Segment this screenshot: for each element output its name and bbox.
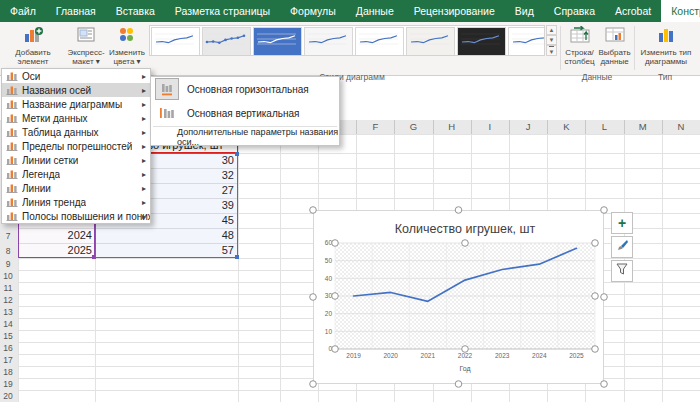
- selection-handle[interactable]: [462, 346, 469, 353]
- svg-text:2024: 2024: [532, 352, 547, 359]
- selection-handle[interactable]: [310, 207, 317, 214]
- menu-item-data-labels[interactable]: Метки данных▸: [2, 111, 150, 125]
- selection-handle[interactable]: [332, 293, 339, 300]
- menu-item-legend[interactable]: Легенда▸: [2, 167, 150, 181]
- tab-конструктор[interactable]: Конструктор: [661, 0, 700, 22]
- column-header-M[interactable]: M: [639, 121, 647, 132]
- row-header-17[interactable]: 17: [0, 355, 16, 365]
- column-header-N[interactable]: N: [677, 121, 684, 132]
- menu-item-axis-titles[interactable]: Названия осей▸: [2, 83, 150, 97]
- change-colors-button[interactable]: Изменить цвета ▾: [107, 24, 147, 72]
- chart-style-5[interactable]: [355, 27, 404, 56]
- menu-item-lines[interactable]: Линии▸: [2, 181, 150, 195]
- row-header-19[interactable]: 19: [0, 379, 16, 389]
- chart-filters-button[interactable]: [611, 260, 633, 282]
- row-header-9[interactable]: 9: [0, 259, 16, 269]
- switch-row-column-button[interactable]: Строка/ столбец: [563, 24, 596, 72]
- chart-style-7[interactable]: [457, 27, 506, 56]
- row-header-10[interactable]: 10: [0, 271, 16, 281]
- submenu-item-primary-horizontal-axis-title[interactable]: Основная горизонтальная: [151, 77, 339, 101]
- selection-handle[interactable]: [332, 240, 339, 247]
- column-header-H[interactable]: H: [448, 121, 455, 132]
- chart-style-8[interactable]: [508, 27, 545, 56]
- select-data-label-1: Выбрать: [598, 48, 630, 57]
- row-header-7[interactable]: 7: [0, 231, 16, 241]
- chart-style-2[interactable]: [202, 27, 251, 56]
- chart-style-1[interactable]: [151, 27, 200, 56]
- selection-handle[interactable]: [455, 207, 462, 214]
- quick-layout-button[interactable]: Экспресс- макет ▾: [66, 24, 106, 72]
- tab-главная[interactable]: Главная: [46, 0, 106, 22]
- tab-файл[interactable]: Файл: [0, 0, 46, 22]
- chart-style-6[interactable]: [406, 27, 455, 56]
- selection-handle[interactable]: [332, 346, 339, 353]
- menu-item-data-table[interactable]: Таблица данных▸: [2, 125, 150, 139]
- column-header-K[interactable]: K: [563, 121, 569, 132]
- tab-формулы[interactable]: Формулы: [280, 0, 346, 22]
- chart-style-4[interactable]: [304, 27, 353, 56]
- add-chart-element-button[interactable]: Добавить элемент диаграммы ▾: [2, 24, 64, 72]
- tab-разметка-страницы[interactable]: Разметка страницы: [165, 0, 280, 22]
- gallery-more-button[interactable]: ▼: [546, 45, 557, 56]
- submenu-arrow-icon: ▸: [142, 142, 146, 151]
- chart-elements-button[interactable]: +: [611, 212, 633, 234]
- row-header-13[interactable]: 13: [0, 307, 16, 317]
- selection-handle[interactable]: [455, 381, 462, 388]
- menu-item-chart-title[interactable]: Название диаграммы▸: [2, 97, 150, 111]
- chart-style-3[interactable]: [253, 27, 302, 56]
- tab-вставка[interactable]: Вставка: [106, 0, 165, 22]
- gallery-scroll-down-button[interactable]: ▼: [546, 35, 557, 45]
- selection-handle[interactable]: [310, 381, 317, 388]
- selection-handle[interactable]: [601, 294, 608, 301]
- column-header-G[interactable]: G: [410, 121, 417, 132]
- svg-text:2022: 2022: [458, 352, 473, 359]
- menu-item-trendline[interactable]: Линия тренда▸: [2, 195, 150, 209]
- row-header-15[interactable]: 15: [0, 331, 16, 341]
- row-header-14[interactable]: 14: [0, 319, 16, 329]
- svg-text:40: 40: [325, 275, 333, 282]
- row-header-20[interactable]: 20: [0, 391, 16, 401]
- tab-вид[interactable]: Вид: [505, 0, 544, 22]
- row-header-11[interactable]: 11: [0, 283, 16, 293]
- select-data-button[interactable]: Выбрать данные: [598, 24, 631, 72]
- row-header-18[interactable]: 18: [0, 367, 16, 377]
- selection-handle[interactable]: [601, 207, 608, 214]
- submenu-item-primary-vertical-axis-title[interactable]: Основная вертикальная: [151, 101, 339, 125]
- selection-handle[interactable]: [592, 346, 599, 353]
- selection-handle[interactable]: [592, 293, 599, 300]
- column-header-L[interactable]: L: [602, 121, 607, 132]
- tab-acrobat[interactable]: Acrobat: [605, 0, 661, 22]
- gallery-scrollbar: ▲ ▼ ▼: [546, 25, 557, 56]
- selection-handle[interactable]: [601, 381, 608, 388]
- error-bars-icon: [2, 141, 22, 151]
- column-header-I[interactable]: I: [489, 121, 492, 132]
- menu-item-gridlines[interactable]: Линии сетки▸: [2, 153, 150, 167]
- selection-handle[interactable]: [592, 240, 599, 247]
- row-header-16[interactable]: 16: [0, 343, 16, 353]
- blue-range-handle-top[interactable]: [235, 152, 239, 156]
- chart-styles-button[interactable]: [611, 236, 633, 258]
- svg-text:2025: 2025: [569, 352, 584, 359]
- row-header-12[interactable]: 12: [0, 295, 16, 305]
- axis-titles-submenu: Основная горизонтальнаяОсновная вертикал…: [150, 76, 340, 146]
- more-axis-title-options[interactable]: Дополнительные параметры названия оси...: [151, 128, 339, 145]
- selection-handle[interactable]: [310, 294, 317, 301]
- gallery-scroll-up-button[interactable]: ▲: [546, 25, 557, 35]
- change-chart-type-button[interactable]: Изменить тип диаграммы: [638, 24, 694, 72]
- blue-range-handle-bottom[interactable]: [235, 255, 239, 259]
- svg-text:10: 10: [325, 328, 333, 335]
- menu-item-error-bars[interactable]: Пределы погрешностей▸: [2, 139, 150, 153]
- row-header-8[interactable]: 8: [0, 246, 16, 256]
- column-header-J[interactable]: J: [526, 121, 531, 132]
- chart-area[interactable]: 0102030405060201920202021202220232024202…: [313, 210, 604, 384]
- excel-window: ФайлГлавнаяВставкаРазметка страницыФорму…: [0, 0, 700, 402]
- chart-title-icon: [2, 99, 22, 109]
- tab-данные[interactable]: Данные: [346, 0, 404, 22]
- tab-рецензирование[interactable]: Рецензирование: [404, 0, 505, 22]
- menu-item-axes[interactable]: Оси▸: [2, 69, 150, 83]
- column-header-F[interactable]: F: [372, 121, 378, 132]
- selection-handle[interactable]: [462, 240, 469, 247]
- gridlines-icon: [2, 155, 22, 165]
- menu-item-up-down-bars[interactable]: Полосы повышения и понижения▸: [2, 209, 150, 223]
- tab-справка[interactable]: Справка: [544, 0, 605, 22]
